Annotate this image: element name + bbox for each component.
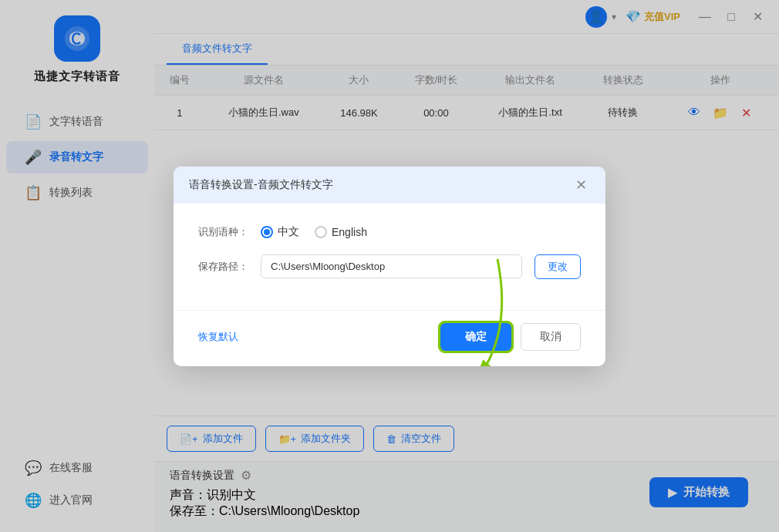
cancel-button[interactable]: 取消 — [521, 323, 581, 351]
radio-dot-chinese — [261, 226, 273, 238]
language-row: 识别语种： 中文 English — [198, 225, 581, 239]
modal-title: 语音转换设置-音频文件转文字 — [189, 178, 333, 192]
modal-actions: 确定 取消 — [440, 323, 581, 351]
modal-overlay: 语音转换设置-音频文件转文字 ✕ 识别语种： 中文 English — [0, 0, 779, 532]
modal-body: 识别语种： 中文 English 保存路径： 更改 — [174, 204, 605, 310]
modal-footer: 恢复默认 确定 取消 — [174, 310, 605, 366]
path-label: 保存路径： — [198, 260, 248, 274]
radio-chinese[interactable]: 中文 — [261, 225, 299, 239]
radio-chinese-label: 中文 — [278, 225, 299, 239]
reset-link[interactable]: 恢复默认 — [198, 330, 238, 344]
language-radio-group: 中文 English — [261, 225, 367, 239]
path-row: 保存路径： 更改 — [198, 254, 581, 279]
modal-header: 语音转换设置-音频文件转文字 ✕ — [174, 167, 605, 204]
radio-english[interactable]: English — [315, 226, 367, 238]
change-path-button[interactable]: 更改 — [535, 254, 581, 279]
radio-english-label: English — [332, 226, 367, 238]
settings-modal: 语音转换设置-音频文件转文字 ✕ 识别语种： 中文 English — [174, 167, 605, 366]
radio-dot-english — [315, 226, 327, 238]
modal-close-button[interactable]: ✕ — [572, 176, 590, 194]
language-label: 识别语种： — [198, 225, 248, 239]
confirm-button[interactable]: 确定 — [440, 323, 511, 351]
path-input[interactable] — [261, 254, 522, 278]
